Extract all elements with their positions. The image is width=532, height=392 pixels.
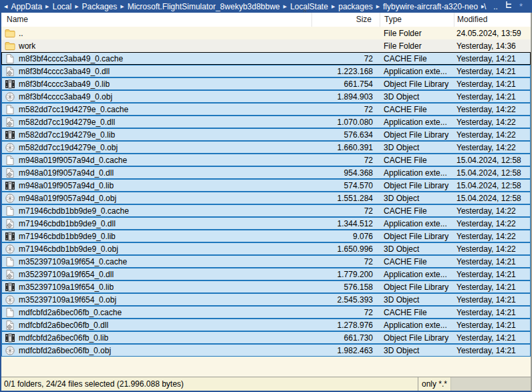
file-type: 3D Object: [380, 194, 454, 203]
name-cell: mdfcbfd2a6bec06fb_0.lib: [2, 333, 311, 343]
file-row[interactable]: m948a019f9057a94d_0.obj 1.551.284 3D Obj…: [1, 192, 531, 204]
file-name: m582dd7cc19d4279e_0.cache: [19, 105, 128, 114]
file-row[interactable]: m8f3bf4cccc3aba49_0.cache 72 CACHE File …: [1, 52, 531, 65]
folder-tree-button[interactable]: [505, 1, 512, 11]
file-name: m948a019f9057a94d_0.lib: [19, 181, 114, 190]
file-type: 3D Object: [380, 143, 454, 152]
column-header-size[interactable]: Size: [311, 13, 380, 27]
file-row[interactable]: work File Folder Yesterday, 14:36: [1, 39, 531, 52]
file-modified: 15.04.2024, 12:58: [454, 168, 530, 178]
file-type: Object File Library: [380, 282, 454, 292]
lib-file-icon: [5, 231, 15, 242]
file-row[interactable]: m352397109a19f654_0.obj 2.545.393 3D Obj…: [1, 293, 531, 306]
file-modified: Yesterday, 14:21: [454, 79, 530, 89]
file-row[interactable]: m948a019f9057a94d_0.dll 954.368 Applicat…: [1, 166, 531, 179]
obj-file-icon: [5, 295, 15, 305]
file-row[interactable]: m352397109a19f654_0.cache 72 CACHE File …: [1, 255, 531, 268]
file-row[interactable]: m582dd7cc19d4279e_0.cache 72 CACHE File …: [1, 103, 531, 116]
file-type: Application exte...: [380, 168, 454, 178]
file-row[interactable]: m948a019f9057a94d_0.lib 574.570 Object F…: [1, 179, 531, 192]
file-row[interactable]: mdfcbfd2a6bec06fb_0.lib 661.730 Object F…: [1, 331, 531, 344]
file-list: .. File Folder 24.05.2024, 13:59 work Fi…: [1, 27, 531, 377]
file-type: Application exte...: [380, 67, 454, 76]
file-type: Object File Library: [380, 181, 454, 190]
breadcrumb-separator-icon: ▶: [479, 4, 484, 9]
column-header-row: Name Size Type Modified ^: [1, 13, 531, 27]
file-modified: Yesterday, 14:22: [454, 206, 530, 216]
file-name: m948a019f9057a94d_0.obj: [19, 194, 116, 203]
file-row[interactable]: m8f3bf4cccc3aba49_0.dll 1.223.168 Applic…: [1, 65, 531, 77]
file-row[interactable]: m71946cbdb1bb9de9_0.obj 1.650.996 3D Obj…: [1, 242, 531, 255]
breadcrumb-item[interactable]: Local: [51, 2, 73, 11]
breadcrumb-item[interactable]: Packages: [81, 2, 119, 11]
file-name: m582dd7cc19d4279e_0.obj: [19, 143, 118, 152]
cache-file-icon: [5, 104, 15, 115]
file-size: 576.634: [311, 130, 380, 140]
file-row[interactable]: m8f3bf4cccc3aba49_0.lib 661.754 Object F…: [1, 77, 531, 90]
name-cell: m8f3bf4cccc3aba49_0.cache: [2, 53, 311, 64]
breadcrumb-item[interactable]: packages: [337, 2, 374, 11]
file-modified: Yesterday, 14:22: [454, 105, 530, 114]
name-cell: mdfcbfd2a6bec06fb_0.dll: [2, 320, 311, 331]
file-name: m8f3bf4cccc3aba49_0.lib: [19, 79, 110, 89]
breadcrumb-item[interactable]: AppData: [9, 2, 43, 11]
file-row[interactable]: m71946cbdb1bb9de9_0.dll 1.344.512 Applic…: [1, 217, 531, 230]
file-size: 661.754: [311, 79, 380, 89]
file-name: m352397109a19f654_0.obj: [19, 295, 116, 305]
lib-file-icon: [5, 282, 15, 292]
file-modified: Yesterday, 14:21: [454, 333, 530, 343]
status-bar: 0/1 folders, 24/24 files selected (21.99…: [1, 377, 531, 391]
name-cell: ..: [2, 28, 311, 39]
favorites-star-button[interactable]: *: [519, 1, 523, 11]
file-size: 574.570: [311, 181, 380, 190]
obj-file-icon: [5, 345, 15, 356]
folder-icon: [5, 28, 15, 39]
name-cell: m948a019f9057a94d_0.cache: [2, 155, 311, 166]
file-name: m352397109a19f654_0.dll: [19, 270, 114, 279]
column-header-modified[interactable]: Modified: [454, 13, 531, 27]
breadcrumb-item[interactable]: Microsoft.FlightSimulator_8wekyb3d8bbwe: [126, 2, 281, 11]
dll-file-icon: [5, 168, 15, 178]
file-row[interactable]: m582dd7cc19d4279e_0.obj 1.660.391 3D Obj…: [1, 141, 531, 154]
breadcrumb-separator-icon: ▶: [73, 4, 80, 9]
filter-indicator[interactable]: only *.*: [418, 377, 450, 391]
selection-summary: 0/1 folders, 24/24 files selected (21.99…: [1, 379, 418, 389]
file-name: m948a019f9057a94d_0.dll: [19, 168, 114, 178]
file-row[interactable]: m71946cbdb1bb9de9_0.cache 72 CACHE File …: [1, 204, 531, 217]
file-row[interactable]: m71946cbdb1bb9de9_0.lib 9.076 Object Fil…: [1, 230, 531, 242]
column-header-type[interactable]: Type: [380, 13, 454, 27]
file-name: m352397109a19f654_0.cache: [19, 257, 127, 266]
name-cell: m71946cbdb1bb9de9_0.obj: [2, 244, 311, 254]
dll-file-icon: [5, 66, 15, 77]
file-row[interactable]: m352397109a19f654_0.dll 1.779.200 Applic…: [1, 268, 531, 280]
file-modified: Yesterday, 14:22: [454, 143, 530, 152]
file-row[interactable]: mdfcbfd2a6bec06fb_0.dll 1.278.976 Applic…: [1, 319, 531, 331]
column-header-name[interactable]: Name: [1, 13, 311, 27]
file-row[interactable]: mdfcbfd2a6bec06fb_0.cache 72 CACHE File …: [1, 306, 531, 319]
file-row[interactable]: m352397109a19f654_0.lib 576.158 Object F…: [1, 280, 531, 293]
name-cell: m582dd7cc19d4279e_0.lib: [2, 130, 311, 140]
name-cell: mdfcbfd2a6bec06fb_0.obj: [2, 345, 311, 356]
file-row[interactable]: mdfcbfd2a6bec06fb_0.obj 1.982.463 3D Obj…: [1, 344, 531, 357]
file-modified: Yesterday, 14:21: [454, 257, 530, 266]
file-modified: Yesterday, 14:21: [454, 270, 530, 279]
file-name: m71946cbdb1bb9de9_0.cache: [19, 206, 129, 216]
file-size: 1.982.463: [311, 346, 380, 355]
file-row[interactable]: m948a019f9057a94d_0.cache 72 CACHE File …: [1, 154, 531, 166]
breadcrumb-item[interactable]: flybywire-aircraft-a320-neo: [382, 2, 479, 11]
breadcrumb-scroll-left-icon[interactable]: ◀: [2, 4, 9, 9]
file-row[interactable]: m8f3bf4cccc3aba49_0.obj 1.894.903 3D Obj…: [1, 90, 531, 103]
breadcrumb-item[interactable]: LocalState: [289, 2, 329, 11]
parent-dir-button[interactable]: ..: [493, 2, 498, 11]
file-row[interactable]: m582dd7cc19d4279e_0.dll 1.070.080 Applic…: [1, 116, 531, 128]
file-modified: 24.05.2024, 13:59: [454, 29, 530, 38]
name-cell: m582dd7cc19d4279e_0.obj: [2, 142, 311, 153]
file-name: m352397109a19f654_0.lib: [19, 282, 114, 292]
file-type: CACHE File: [380, 308, 454, 317]
lib-file-icon: [5, 333, 15, 343]
root-dir-button[interactable]: \: [484, 2, 486, 11]
file-row[interactable]: .. File Folder 24.05.2024, 13:59: [1, 27, 531, 39]
file-modified: Yesterday, 14:22: [454, 130, 530, 140]
file-type: Application exte...: [380, 219, 454, 228]
file-row[interactable]: m582dd7cc19d4279e_0.lib 576.634 Object F…: [1, 128, 531, 141]
